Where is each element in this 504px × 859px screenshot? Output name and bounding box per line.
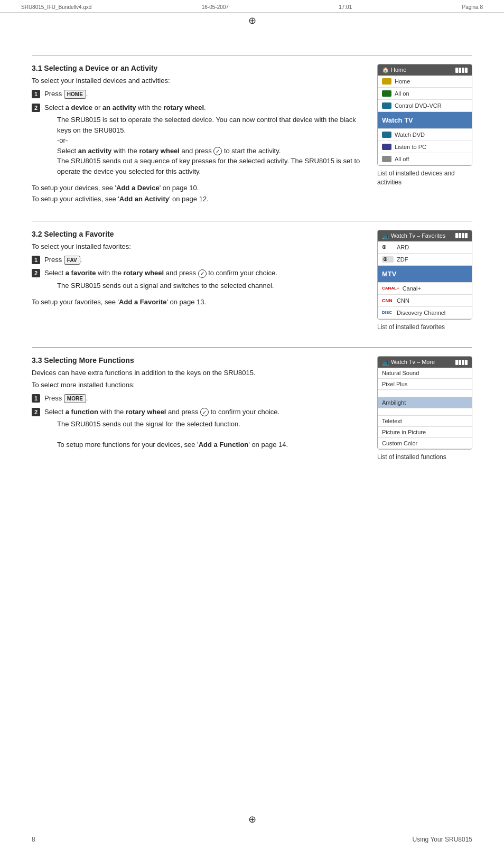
section-31-title: 3.1 Selecting a Device or an Activity	[32, 64, 361, 72]
more-item-natural: Natural Sound	[378, 368, 472, 379]
ard-logo: ①	[382, 245, 394, 250]
ui-item-dvdvcr-label: Control DVD-VCR	[395, 102, 442, 109]
step-31-2: 2 Select a device or an activity with th…	[32, 102, 361, 177]
battery-bar-4	[465, 68, 468, 73]
section-31-extra-2: To setup your activities, see 'Add an Ac…	[32, 194, 361, 205]
section-31-extra-1: To setup your devices, see 'Add a Device…	[32, 183, 361, 194]
battery-bar-33-1	[455, 360, 458, 365]
battery-31	[455, 68, 468, 73]
ui-item-home-label: Home	[395, 78, 410, 85]
dvdvcr-icon	[382, 102, 391, 109]
ui-caption-31: List of installed devices and activities	[377, 169, 472, 187]
battery-bar-33-4	[465, 360, 468, 365]
section-32-title: 3.2 Selecting a Favorite	[32, 230, 361, 238]
section-32-steps: 1 Press FAV. 2 Select a favorite with th…	[32, 255, 361, 291]
ui-panel-31-item-watchtv: Watch TV	[378, 112, 472, 129]
ui-item-watchdvd-label: Watch DVD	[395, 132, 425, 138]
battery-bar-33-2	[459, 360, 461, 365]
battery-bar-32-4	[465, 233, 468, 238]
check-icon-1: ✓	[213, 147, 222, 155]
section-33-row: 3.3 Selecting More Functions Devices can…	[32, 356, 472, 462]
more-item-teletext: Teletext	[378, 416, 472, 427]
discovery-logo: DISC	[382, 310, 394, 315]
battery-bar-1	[455, 68, 458, 73]
battery-bar-33-3	[462, 360, 464, 365]
step-33-2-num: 2	[32, 408, 40, 416]
key-home: HOME	[64, 90, 86, 99]
ui-item-alloff-label: All off	[395, 156, 409, 162]
zdf-logo: ②	[382, 256, 394, 263]
step-31-2-details: The SRU8015 is set to operate the select…	[57, 115, 361, 176]
step-32-1: 1 Press FAV.	[32, 255, 361, 265]
ui-caption-32: List of installed favorites	[377, 323, 472, 332]
ui-caption-32-text: List of installed favorites	[377, 323, 445, 331]
page-number: 8	[32, 836, 35, 843]
ui-panel-32-item-mtv: MTV	[378, 266, 472, 283]
section-32-extra: To setup your favorites, see 'Add a Favo…	[32, 297, 361, 308]
ui-panel-32-item-ard: ① ARD	[378, 241, 472, 254]
ui-panel-31-item-home: Home	[378, 76, 472, 88]
ui-panel-31-item-watchdvd: Watch DVD	[378, 129, 472, 141]
more-item-spacer2	[378, 408, 472, 416]
ui-panel-31-item-allon: All on	[378, 88, 472, 100]
watchdvd-icon	[382, 132, 391, 138]
section-32-text: 3.2 Selecting a Favorite To select your …	[32, 230, 361, 308]
section-33: 3.3 Selecting More Functions Devices can…	[32, 347, 472, 462]
ui-panel-32-header: 📺 Watch Tv – Favorites	[378, 230, 472, 241]
section-33-subtitle2: To select more installed functions:	[32, 381, 361, 389]
ui-panel-32: 📺 Watch Tv – Favorites ① ARD ②	[377, 230, 472, 320]
crosshair-bottom-symbol: ⊕	[248, 814, 256, 825]
ui-item-zdf-label: ZDF	[397, 256, 408, 263]
key-more: MORE	[64, 394, 86, 403]
ui-panel-31-item-listenpc: Listen to PC	[378, 141, 472, 153]
battery-bar-2	[459, 68, 461, 73]
section-32: 3.2 Selecting a Favorite To select your …	[32, 221, 472, 332]
section-33-subtitle1: Devices can have extra functions in addi…	[32, 369, 361, 377]
battery-bar-3	[462, 68, 464, 73]
ui-panel-33: 📺 Watch Tv – More Natural Sound Pixel Pl…	[377, 356, 472, 450]
section-31-steps: 1 Press HOME. 2 Select a device or an ac…	[32, 89, 361, 176]
battery-bar-32-2	[459, 233, 461, 238]
check-icon-3: ✓	[200, 408, 209, 416]
ui-item-cnn-label: CNN	[397, 297, 409, 304]
footer-label: Using Your SRU8015	[413, 836, 472, 843]
crosshair-top: ⊕	[0, 13, 504, 29]
ui-panel-31-header: 🏠 Home	[378, 64, 472, 76]
header-date: 16-05-2007	[202, 4, 229, 10]
ui-item-listenpc-label: Listen to PC	[395, 144, 426, 150]
step-33-1: 1 Press MORE.	[32, 393, 361, 404]
section-31-text: 3.1 Selecting a Device or an Activity To…	[32, 64, 361, 205]
crosshair-top-symbol: ⊕	[248, 15, 256, 26]
step-31-1-content: Press HOME.	[44, 89, 361, 99]
header-time: 17:01	[339, 4, 352, 10]
step-32-2-details: The SRU8015 sends out a signal and switc…	[57, 281, 361, 291]
page-footer: 8 Using Your SRU8015	[32, 836, 472, 843]
step-32-2: 2 Select a favorite with the rotary whee…	[32, 268, 361, 291]
step-31-2-content: Select a device or an activity with the …	[44, 102, 361, 177]
battery-bar-32-3	[462, 233, 464, 238]
battery-bar-32-1	[455, 233, 458, 238]
ui-screenshot-31: 🏠 Home Home All on	[377, 64, 472, 187]
more-item-pixel: Pixel Plus	[378, 379, 472, 390]
canal-logo: CANAL+	[382, 286, 399, 291]
step-32-1-num: 1	[32, 256, 40, 264]
ui-panel-33-title: 📺 Watch Tv – More	[382, 359, 435, 366]
ui-item-watchtv-label: Watch TV	[382, 116, 413, 124]
section-31-extra: To setup your devices, see 'Add a Device…	[32, 183, 361, 205]
ui-caption-33: List of installed functions	[377, 453, 472, 462]
step-32-2-content: Select a favorite with the rotary wheel …	[44, 268, 361, 291]
ui-screenshot-33: 📺 Watch Tv – More Natural Sound Pixel Pl…	[377, 356, 472, 462]
ui-item-mtv-label: MTV	[382, 270, 396, 278]
section-33-text: 3.3 Selecting More Functions Devices can…	[32, 356, 361, 453]
step-31-2-num: 2	[32, 104, 40, 112]
section-33-steps: 1 Press MORE. 2 Select a function with t…	[32, 393, 361, 450]
step-33-1-num: 1	[32, 394, 40, 403]
page-header: SRU8015_IFU_Bundellv4.qxd 16-05-2007 17:…	[0, 0, 504, 13]
check-icon-2: ✓	[198, 269, 207, 278]
ui-item-discovery-label: Discovery Channel	[397, 310, 445, 316]
ui-panel-31: 🏠 Home Home All on	[377, 64, 472, 166]
section-33-title: 3.3 Selecting More Functions	[32, 356, 361, 365]
listenpc-icon	[382, 144, 391, 150]
alloff-icon	[382, 156, 391, 162]
ui-caption-31-text: List of installed devices and activities	[377, 170, 455, 186]
